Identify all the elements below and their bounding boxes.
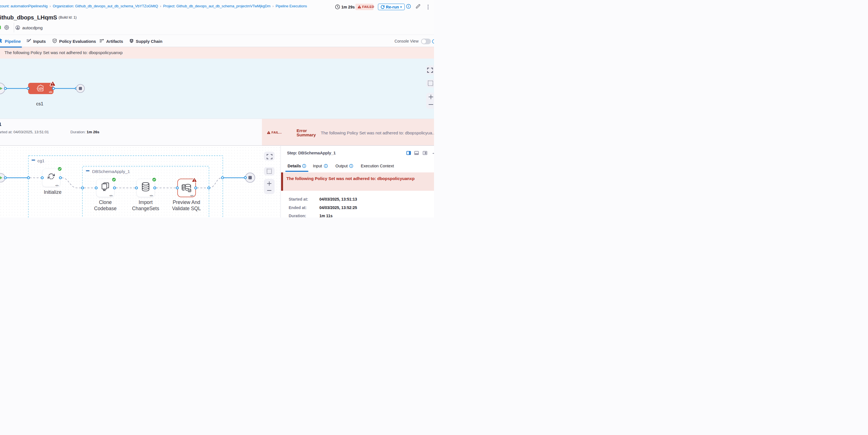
svg-text:Initialize: Initialize	[44, 189, 61, 195]
svg-text:</>: </>	[190, 194, 193, 197]
svg-text:</>: </>	[55, 184, 59, 187]
svg-text:Validate SQL: Validate SQL	[172, 206, 201, 211]
svg-text:</>: </>	[49, 91, 52, 94]
svg-text:Preview And: Preview And	[173, 199, 200, 205]
svg-text:DBSchemaApply_1: DBSchemaApply_1	[92, 169, 130, 174]
svg-text:cg1: cg1	[37, 158, 44, 163]
svg-text:cs1: cs1	[36, 101, 43, 106]
svg-text:Import: Import	[138, 199, 153, 205]
svg-text:Clone: Clone	[99, 199, 112, 205]
svg-text:</>: </>	[109, 194, 113, 197]
svg-text:ChangeSets: ChangeSets	[132, 206, 159, 211]
svg-text:Codebase: Codebase	[94, 206, 117, 211]
svg-text:</>: </>	[150, 194, 153, 197]
